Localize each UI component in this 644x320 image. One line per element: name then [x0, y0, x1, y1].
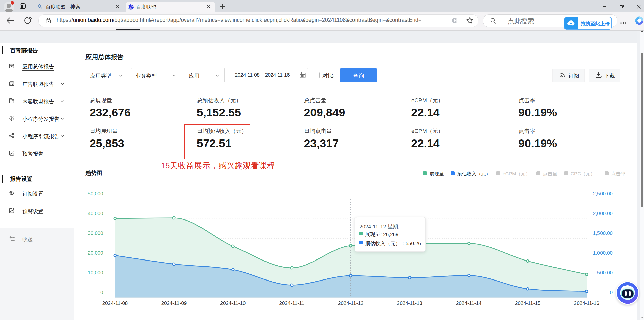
svg-text:2,500.00: 2,500.00: [593, 191, 613, 196]
svg-text:1,000.00: 1,000.00: [593, 250, 613, 256]
svg-text:0: 0: [610, 290, 613, 295]
svg-text:2024-11-10: 2024-11-10: [220, 300, 246, 306]
svg-text:0: 0: [100, 290, 103, 295]
svg-text:40,000: 40,000: [88, 211, 103, 216]
svg-text:2024-11-14: 2024-11-14: [456, 300, 482, 306]
svg-text:2024-11-16: 2024-11-16: [574, 300, 599, 306]
svg-text:500.00: 500.00: [597, 270, 613, 275]
svg-text:2024-11-12: 2024-11-12: [338, 300, 364, 306]
svg-text:2024-11-13: 2024-11-13: [397, 300, 423, 306]
svg-text:10,000: 10,000: [88, 270, 103, 275]
svg-text:2024-11-11: 2024-11-11: [279, 300, 304, 306]
svg-text:1,500.00: 1,500.00: [593, 230, 613, 236]
svg-text:2024-11-08: 2024-11-08: [102, 300, 128, 306]
svg-text:2024-11-09: 2024-11-09: [161, 300, 187, 306]
svg-text:du: du: [129, 7, 132, 9]
svg-text:30,000: 30,000: [88, 230, 103, 236]
svg-text:20,000: 20,000: [88, 250, 103, 256]
svg-text:2024-11-15: 2024-11-15: [515, 300, 541, 306]
svg-text:50,000: 50,000: [88, 191, 103, 196]
svg-text:2,000.00: 2,000.00: [593, 211, 613, 216]
